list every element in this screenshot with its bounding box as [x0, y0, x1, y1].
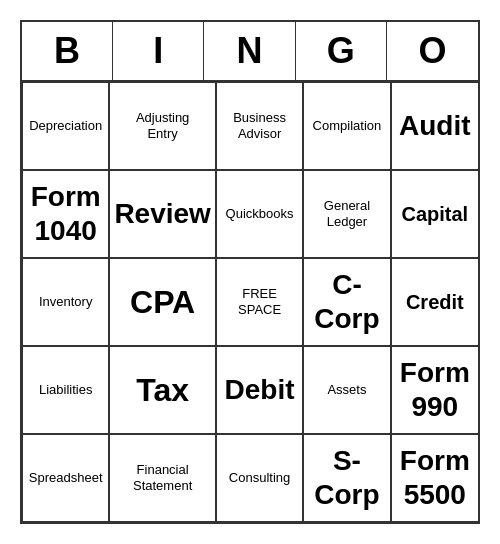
cell-text-23: S- Corp	[314, 444, 379, 511]
bingo-cell-13[interactable]: C- Corp	[303, 258, 390, 346]
cell-text-24: Form 5500	[400, 444, 470, 511]
bingo-cell-11[interactable]: CPA	[109, 258, 216, 346]
bingo-cell-18[interactable]: Assets	[303, 346, 390, 434]
bingo-cell-22[interactable]: Consulting	[216, 434, 303, 522]
bingo-cell-7[interactable]: Quickbooks	[216, 170, 303, 258]
bingo-header: BINGO	[22, 22, 478, 82]
bingo-cell-14[interactable]: Credit	[391, 258, 478, 346]
bingo-cell-0[interactable]: Depreciation	[22, 82, 109, 170]
bingo-cell-15[interactable]: Liabilities	[22, 346, 109, 434]
cell-text-10: Inventory	[39, 294, 92, 310]
cell-text-5: Form 1040	[31, 180, 101, 247]
bingo-cell-17[interactable]: Debit	[216, 346, 303, 434]
bingo-cell-20[interactable]: Spreadsheet	[22, 434, 109, 522]
cell-text-8: General Ledger	[324, 198, 370, 229]
cell-text-16: Tax	[136, 371, 189, 409]
bingo-cell-3[interactable]: Compilation	[303, 82, 390, 170]
bingo-cell-8[interactable]: General Ledger	[303, 170, 390, 258]
cell-text-13: C- Corp	[314, 268, 379, 335]
bingo-cell-2[interactable]: Business Advisor	[216, 82, 303, 170]
header-letter-b: B	[22, 22, 113, 80]
cell-text-6: Review	[114, 197, 211, 231]
cell-text-0: Depreciation	[29, 118, 102, 134]
bingo-cell-21[interactable]: Financial Statement	[109, 434, 216, 522]
cell-text-18: Assets	[327, 382, 366, 398]
cell-text-15: Liabilities	[39, 382, 92, 398]
bingo-cell-24[interactable]: Form 5500	[391, 434, 478, 522]
cell-text-9: Capital	[401, 202, 468, 226]
cell-text-19: Form 990	[400, 356, 470, 423]
cell-text-12: FREE SPACE	[238, 286, 281, 317]
cell-text-3: Compilation	[313, 118, 382, 134]
cell-text-1: Adjusting Entry	[136, 110, 189, 141]
header-letter-i: I	[113, 22, 204, 80]
bingo-grid: DepreciationAdjusting EntryBusiness Advi…	[22, 82, 478, 522]
header-letter-g: G	[296, 22, 387, 80]
header-letter-n: N	[204, 22, 295, 80]
bingo-cell-19[interactable]: Form 990	[391, 346, 478, 434]
cell-text-4: Audit	[399, 109, 471, 143]
bingo-cell-5[interactable]: Form 1040	[22, 170, 109, 258]
bingo-cell-23[interactable]: S- Corp	[303, 434, 390, 522]
cell-text-22: Consulting	[229, 470, 290, 486]
cell-text-20: Spreadsheet	[29, 470, 103, 486]
bingo-cell-1[interactable]: Adjusting Entry	[109, 82, 216, 170]
cell-text-11: CPA	[130, 283, 195, 321]
bingo-cell-4[interactable]: Audit	[391, 82, 478, 170]
header-letter-o: O	[387, 22, 478, 80]
cell-text-2: Business Advisor	[233, 110, 286, 141]
cell-text-21: Financial Statement	[133, 462, 192, 493]
cell-text-7: Quickbooks	[226, 206, 294, 222]
bingo-card: BINGO DepreciationAdjusting EntryBusines…	[20, 20, 480, 524]
bingo-cell-9[interactable]: Capital	[391, 170, 478, 258]
cell-text-14: Credit	[406, 290, 464, 314]
bingo-cell-12[interactable]: FREE SPACE	[216, 258, 303, 346]
cell-text-17: Debit	[225, 373, 295, 407]
bingo-cell-10[interactable]: Inventory	[22, 258, 109, 346]
bingo-cell-16[interactable]: Tax	[109, 346, 216, 434]
bingo-cell-6[interactable]: Review	[109, 170, 216, 258]
